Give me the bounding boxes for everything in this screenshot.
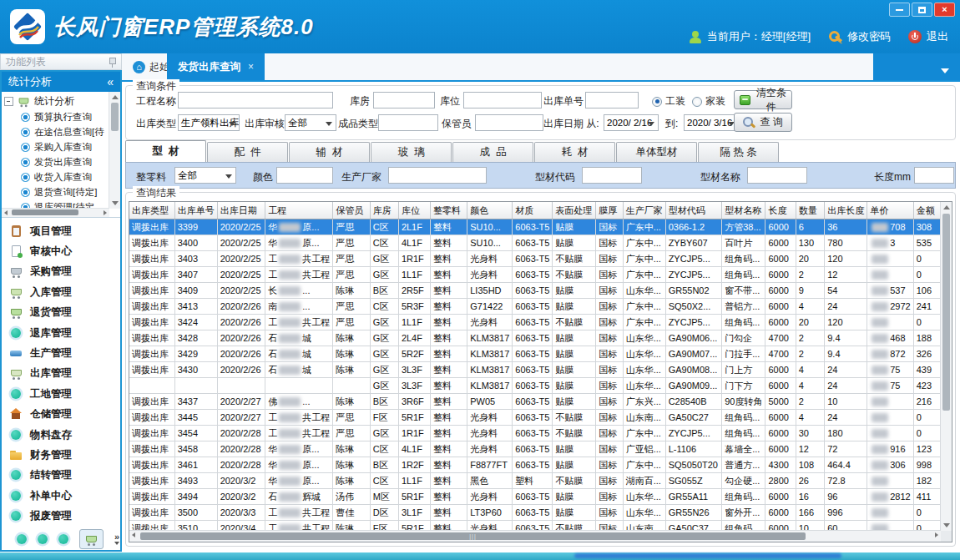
column-header[interactable]: 型材名称: [722, 202, 765, 219]
material-tab[interactable]: 单体型材: [616, 142, 697, 162]
color-input[interactable]: [276, 167, 333, 184]
material-tab[interactable]: 配 件: [207, 142, 288, 162]
sidebar-item-dot[interactable]: 工地管理: [9, 385, 120, 403]
tree-item[interactable]: 退货查询[待定]: [4, 184, 109, 199]
sidebar-item-folder[interactable]: 财务管理: [9, 446, 120, 464]
table-row[interactable]: 调拨出库34092020/2/25长...陈琳B区2R5F整料LI35HD606…: [129, 283, 941, 299]
profile-name-input[interactable]: [747, 167, 807, 184]
close-window-button[interactable]: ×: [934, 3, 955, 17]
tree-item[interactable]: 收货入库查询: [4, 169, 109, 184]
audit-select[interactable]: 全部: [285, 114, 336, 131]
scroll-thumb[interactable]: [942, 214, 950, 411]
status-dot-icon[interactable]: [17, 534, 27, 544]
table-row[interactable]: 调拨出库34582020/2/28华原...陈琳C区4L1F整料光身料6063-…: [129, 441, 941, 457]
table-row[interactable]: 调拨出库34072020/2/25工共工程严思G区1L1F整料光身料6063-T…: [129, 267, 941, 283]
statistics-section-header[interactable]: 统计分析 «: [2, 72, 120, 92]
column-header[interactable]: 长度: [765, 202, 796, 219]
radio-home[interactable]: 家装: [692, 94, 725, 108]
radio-industrial[interactable]: 工装: [652, 94, 685, 108]
table-row[interactable]: 调拨出库34372020/2/27佛...陈琳B区3R6F整料PW056063-…: [129, 394, 941, 410]
collapse-icon[interactable]: «: [107, 75, 114, 88]
material-tab[interactable]: 辅 材: [289, 142, 370, 162]
table-row[interactable]: 调拨出库33992020/2/25华原...严思C区2L1F整料SU10...6…: [129, 219, 941, 235]
clear-conditions-button[interactable]: 清空条件: [734, 90, 792, 109]
sidebar-item-cart-out[interactable]: 出库管理: [9, 365, 120, 383]
length-input[interactable]: [914, 167, 954, 184]
sidebar-item-production[interactable]: 生产管理: [9, 345, 120, 363]
tree-expander-icon[interactable]: [4, 97, 13, 106]
column-header[interactable]: 颜色: [467, 202, 513, 219]
keeper-input[interactable]: [475, 114, 543, 131]
tree-item[interactable]: 采购入库查询: [4, 139, 109, 154]
material-tab[interactable]: 型 材: [125, 140, 206, 162]
tab-shipment-outbound-query[interactable]: 发货出库查询 ×: [167, 53, 265, 80]
table-row[interactable]: 调拨出库34542020/2/28工共工程严思G区1R1F整料光身料6063-T…: [129, 426, 941, 441]
column-header[interactable]: 膜厚: [596, 202, 623, 219]
status-dot-icon[interactable]: [38, 534, 48, 544]
order-no-input[interactable]: [585, 92, 639, 108]
scroll-up-icon[interactable]: [943, 205, 950, 209]
tab-close-icon[interactable]: ×: [248, 61, 254, 73]
scroll-thumb[interactable]: [12, 209, 78, 215]
maximize-button[interactable]: [912, 3, 932, 17]
manufacturer-input[interactable]: [388, 167, 487, 184]
more-button[interactable]: »: [114, 533, 119, 545]
table-row[interactable]: 调拨出库34132020/2/26南...严思C区5R3F整料G71422606…: [129, 299, 941, 315]
status-dot-icon[interactable]: [58, 534, 68, 544]
product-type-input[interactable]: [378, 114, 438, 131]
column-header[interactable]: 出库类型: [129, 202, 174, 219]
column-header[interactable]: 整零料: [430, 202, 467, 219]
table-row[interactable]: 调拨出库34942020/3/2石辉城汤伟M区5R1F整料光身料6063-T5贴…: [129, 489, 941, 505]
scroll-right-icon[interactable]: [104, 210, 107, 215]
column-header[interactable]: 库位: [398, 202, 430, 219]
grid-vertical-scrollbar[interactable]: [940, 202, 952, 531]
tab-list-dropdown-icon[interactable]: [941, 68, 949, 73]
sidebar-item-dot[interactable]: 退库管理: [9, 324, 120, 342]
outbound-type-select[interactable]: 生产领料出库: [178, 114, 240, 131]
scroll-thumb[interactable]: |||: [140, 532, 806, 540]
table-row[interactable]: 调拨出库34452020/2/27工共工程严思F区5R1F整料光身料6063-T…: [129, 410, 941, 426]
material-tab[interactable]: 成 品: [452, 142, 533, 162]
table-row[interactable]: 调拨出库34282020/2/26石城陈琳G区2L4F整料KLM38176063…: [129, 330, 941, 346]
scroll-right-icon[interactable]: [935, 532, 938, 537]
material-tab[interactable]: 耗 材: [534, 142, 615, 162]
radio-unchecked-icon[interactable]: [692, 97, 702, 107]
profile-code-input[interactable]: [582, 167, 642, 184]
sidebar-item-dot[interactable]: 报废管理: [9, 507, 120, 526]
column-header[interactable]: 出库长度: [825, 202, 867, 219]
sidebar-item-clipboard[interactable]: 项目管理: [9, 222, 120, 240]
column-header[interactable]: 出库日期: [217, 202, 265, 219]
minimize-button[interactable]: [889, 3, 910, 17]
search-button[interactable]: 查 询: [734, 113, 792, 132]
column-header[interactable]: 表面处理: [553, 202, 596, 219]
project-name-input[interactable]: [178, 92, 333, 108]
grid-horizontal-scrollbar[interactable]: |||: [129, 530, 941, 542]
sidebar-item-cart[interactable]: 采购管理: [9, 263, 120, 281]
date-from-picker[interactable]: 2020/ 2/16: [604, 114, 659, 131]
material-tab[interactable]: 隔 热 条: [698, 142, 779, 162]
sidebar-item-cart-return[interactable]: 退货管理: [9, 304, 120, 322]
column-header[interactable]: 库房: [370, 202, 398, 219]
sidebar-item-cart-in[interactable]: 入库管理: [9, 283, 120, 301]
date-to-picker[interactable]: 2020/ 3/16: [684, 114, 739, 131]
location-input[interactable]: [463, 92, 542, 108]
scroll-left-icon[interactable]: [4, 210, 8, 215]
column-header[interactable]: 数量: [796, 202, 825, 219]
tree-vertical-scrollbar[interactable]: [109, 92, 120, 209]
tree-item[interactable]: 预算执行查询: [4, 109, 109, 124]
scroll-up-icon[interactable]: [112, 95, 119, 99]
tree-root-node[interactable]: 统计分析: [4, 93, 109, 109]
table-row[interactable]: 调拨出库34302020/2/26石城陈琳G区3L3F整料KLM38176063…: [129, 362, 941, 378]
pin-icon[interactable]: [109, 57, 116, 68]
table-row[interactable]: 调拨出库34612020/2/28华原...陈琳B区1R2F整料F8877FT6…: [129, 457, 941, 473]
tree-horizontal-scrollbar[interactable]: [2, 208, 109, 217]
material-tab[interactable]: 玻 璃: [371, 142, 452, 162]
column-header[interactable]: 出库单号: [174, 202, 217, 219]
sidebar-item-warehouse[interactable]: 仓储管理: [9, 406, 120, 424]
column-header[interactable]: 工程: [265, 202, 333, 219]
tree-item[interactable]: 发货出库查询: [4, 154, 109, 169]
table-row[interactable]: 调拨出库34002020/2/25华原...严思C区4L1F整料SU10...6…: [129, 235, 941, 251]
sidebar-item-dot[interactable]: 物料盘存: [9, 426, 120, 444]
radio-checked-icon[interactable]: [652, 97, 662, 107]
column-header[interactable]: 保管员: [333, 202, 370, 219]
